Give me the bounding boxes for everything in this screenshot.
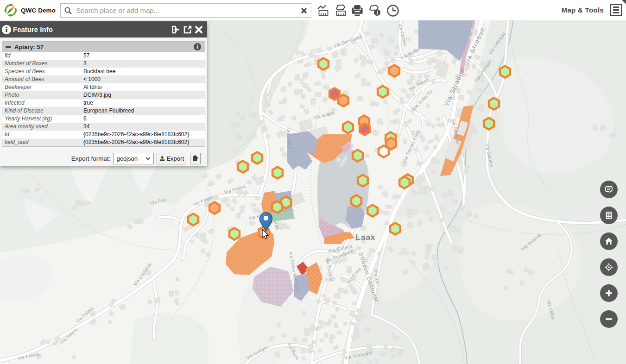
svg-text:Laax: Laax [355,233,376,242]
